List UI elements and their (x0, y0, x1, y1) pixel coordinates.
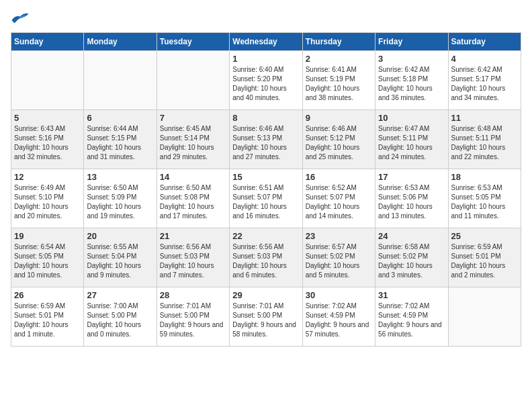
header (11, 11, 521, 27)
day-cell-1: 1Sunrise: 6:40 AMSunset: 5:20 PMDaylight… (230, 51, 302, 110)
day-info: Sunrise: 6:50 AMSunset: 5:08 PMDaylight:… (160, 183, 226, 221)
day-cell-27: 27Sunrise: 7:00 AMSunset: 5:00 PMDayligh… (84, 287, 157, 347)
day-cell-25: 25Sunrise: 6:59 AMSunset: 5:01 PMDayligh… (448, 228, 521, 287)
weekday-header-sunday: Sunday (11, 33, 84, 51)
weekday-header-tuesday: Tuesday (157, 33, 229, 51)
day-info: Sunrise: 6:41 AMSunset: 5:19 PMDaylight:… (306, 65, 372, 103)
empty-cell (11, 51, 84, 110)
day-info: Sunrise: 6:53 AMSunset: 5:05 PMDaylight:… (451, 183, 518, 221)
day-info: Sunrise: 6:59 AMSunset: 5:01 PMDaylight:… (14, 302, 81, 339)
day-cell-13: 13Sunrise: 6:50 AMSunset: 5:09 PMDayligh… (84, 169, 157, 228)
day-info: Sunrise: 6:57 AMSunset: 5:02 PMDaylight:… (306, 242, 372, 280)
day-cell-2: 2Sunrise: 6:41 AMSunset: 5:19 PMDaylight… (302, 51, 375, 110)
day-cell-24: 24Sunrise: 6:58 AMSunset: 5:02 PMDayligh… (375, 228, 448, 287)
day-number: 13 (87, 172, 153, 182)
day-cell-18: 18Sunrise: 6:53 AMSunset: 5:05 PMDayligh… (448, 169, 521, 228)
day-cell-8: 8Sunrise: 6:46 AMSunset: 5:13 PMDaylight… (230, 110, 302, 169)
day-info: Sunrise: 7:02 AMSunset: 4:59 PMDaylight:… (378, 302, 445, 339)
day-number: 4 (451, 54, 518, 64)
day-number: 20 (87, 231, 153, 241)
weekday-header-wednesday: Wednesday (230, 33, 302, 51)
day-cell-16: 16Sunrise: 6:52 AMSunset: 5:07 PMDayligh… (302, 169, 375, 228)
day-info: Sunrise: 6:54 AMSunset: 5:05 PMDaylight:… (14, 242, 81, 280)
day-cell-9: 9Sunrise: 6:46 AMSunset: 5:12 PMDaylight… (302, 110, 375, 169)
week-row-4: 19Sunrise: 6:54 AMSunset: 5:05 PMDayligh… (11, 228, 521, 287)
weekday-header-friday: Friday (375, 33, 448, 51)
day-info: Sunrise: 7:02 AMSunset: 4:59 PMDaylight:… (306, 302, 372, 339)
day-cell-12: 12Sunrise: 6:49 AMSunset: 5:10 PMDayligh… (11, 169, 84, 228)
day-number: 7 (160, 113, 226, 123)
day-number: 29 (232, 290, 299, 300)
day-number: 21 (160, 231, 226, 241)
day-info: Sunrise: 6:56 AMSunset: 5:03 PMDaylight:… (232, 242, 299, 280)
day-info: Sunrise: 6:44 AMSunset: 5:15 PMDaylight:… (87, 124, 153, 162)
day-info: Sunrise: 6:43 AMSunset: 5:16 PMDaylight:… (14, 124, 81, 162)
day-cell-11: 11Sunrise: 6:48 AMSunset: 5:11 PMDayligh… (448, 110, 521, 169)
week-row-2: 5Sunrise: 6:43 AMSunset: 5:16 PMDaylight… (11, 110, 521, 169)
day-number: 23 (306, 231, 372, 241)
day-cell-4: 4Sunrise: 6:42 AMSunset: 5:17 PMDaylight… (448, 51, 521, 110)
logo-image (11, 11, 30, 27)
day-cell-26: 26Sunrise: 6:59 AMSunset: 5:01 PMDayligh… (11, 287, 84, 347)
day-info: Sunrise: 6:52 AMSunset: 5:07 PMDaylight:… (306, 183, 372, 221)
day-number: 15 (232, 172, 299, 182)
day-number: 16 (306, 172, 372, 182)
weekday-header-monday: Monday (84, 33, 157, 51)
day-number: 18 (451, 172, 518, 182)
day-number: 17 (378, 172, 445, 182)
day-number: 9 (306, 113, 372, 123)
day-cell-20: 20Sunrise: 6:55 AMSunset: 5:04 PMDayligh… (84, 228, 157, 287)
day-number: 1 (232, 54, 299, 64)
day-number: 30 (306, 290, 372, 300)
empty-cell (84, 51, 157, 110)
day-info: Sunrise: 6:56 AMSunset: 5:03 PMDaylight:… (160, 242, 226, 280)
day-number: 3 (378, 54, 445, 64)
day-info: Sunrise: 6:53 AMSunset: 5:06 PMDaylight:… (378, 183, 445, 221)
day-number: 26 (14, 290, 81, 300)
weekday-header-saturday: Saturday (448, 33, 521, 51)
day-number: 25 (451, 231, 518, 241)
day-number: 14 (160, 172, 226, 182)
day-number: 28 (160, 290, 226, 300)
day-cell-31: 31Sunrise: 7:02 AMSunset: 4:59 PMDayligh… (375, 287, 448, 347)
day-cell-3: 3Sunrise: 6:42 AMSunset: 5:18 PMDaylight… (375, 51, 448, 110)
day-number: 11 (451, 113, 518, 123)
day-info: Sunrise: 7:01 AMSunset: 5:00 PMDaylight:… (232, 302, 299, 339)
day-cell-14: 14Sunrise: 6:50 AMSunset: 5:08 PMDayligh… (157, 169, 229, 228)
day-number: 31 (378, 290, 445, 300)
day-info: Sunrise: 6:46 AMSunset: 5:13 PMDaylight:… (232, 124, 299, 162)
day-cell-15: 15Sunrise: 6:51 AMSunset: 5:07 PMDayligh… (230, 169, 302, 228)
day-number: 6 (87, 113, 153, 123)
day-number: 19 (14, 231, 81, 241)
day-number: 24 (378, 231, 445, 241)
day-info: Sunrise: 6:50 AMSunset: 5:09 PMDaylight:… (87, 183, 153, 221)
day-cell-23: 23Sunrise: 6:57 AMSunset: 5:02 PMDayligh… (302, 228, 375, 287)
day-info: Sunrise: 6:40 AMSunset: 5:20 PMDaylight:… (232, 65, 299, 103)
day-cell-30: 30Sunrise: 7:02 AMSunset: 4:59 PMDayligh… (302, 287, 375, 347)
week-row-5: 26Sunrise: 6:59 AMSunset: 5:01 PMDayligh… (11, 287, 521, 347)
day-info: Sunrise: 6:58 AMSunset: 5:02 PMDaylight:… (378, 242, 445, 280)
day-number: 2 (306, 54, 372, 64)
day-info: Sunrise: 6:42 AMSunset: 5:17 PMDaylight:… (451, 65, 518, 103)
day-cell-5: 5Sunrise: 6:43 AMSunset: 5:16 PMDaylight… (11, 110, 84, 169)
day-info: Sunrise: 6:49 AMSunset: 5:10 PMDaylight:… (14, 183, 81, 221)
day-info: Sunrise: 6:47 AMSunset: 5:11 PMDaylight:… (378, 124, 445, 162)
day-info: Sunrise: 6:51 AMSunset: 5:07 PMDaylight:… (232, 183, 299, 221)
day-cell-6: 6Sunrise: 6:44 AMSunset: 5:15 PMDaylight… (84, 110, 157, 169)
day-info: Sunrise: 6:48 AMSunset: 5:11 PMDaylight:… (451, 124, 518, 162)
logo (11, 11, 32, 27)
weekday-header-row: SundayMondayTuesdayWednesdayThursdayFrid… (11, 33, 521, 51)
day-cell-10: 10Sunrise: 6:47 AMSunset: 5:11 PMDayligh… (375, 110, 448, 169)
day-info: Sunrise: 6:59 AMSunset: 5:01 PMDaylight:… (451, 242, 518, 280)
day-number: 8 (232, 113, 299, 123)
day-cell-22: 22Sunrise: 6:56 AMSunset: 5:03 PMDayligh… (230, 228, 302, 287)
day-number: 12 (14, 172, 81, 182)
day-cell-19: 19Sunrise: 6:54 AMSunset: 5:05 PMDayligh… (11, 228, 84, 287)
day-info: Sunrise: 6:42 AMSunset: 5:18 PMDaylight:… (378, 65, 445, 103)
day-cell-7: 7Sunrise: 6:45 AMSunset: 5:14 PMDaylight… (157, 110, 229, 169)
day-info: Sunrise: 7:01 AMSunset: 5:00 PMDaylight:… (160, 302, 226, 339)
weekday-header-thursday: Thursday (302, 33, 375, 51)
day-cell-28: 28Sunrise: 7:01 AMSunset: 5:00 PMDayligh… (157, 287, 229, 347)
day-number: 27 (87, 290, 153, 300)
day-number: 22 (232, 231, 299, 241)
